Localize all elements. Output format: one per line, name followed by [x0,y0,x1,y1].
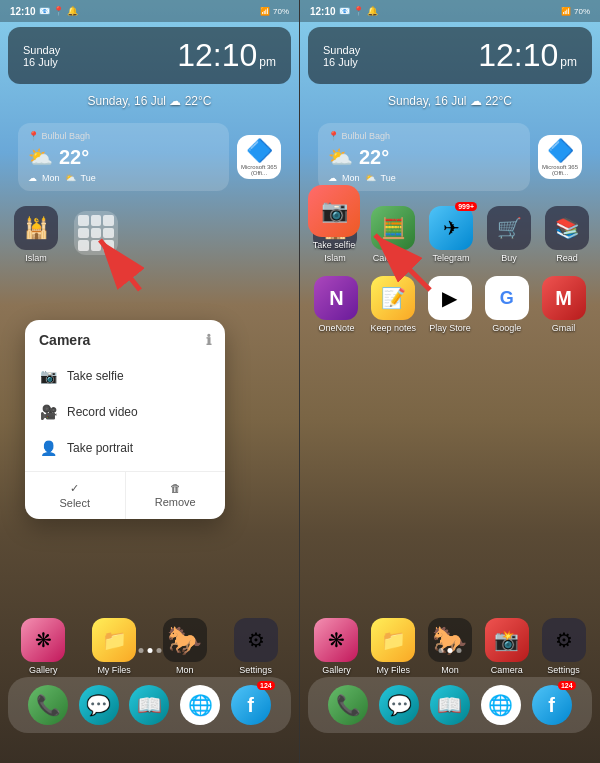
right-onenote-icon: N [314,276,358,320]
dot1 [138,648,143,653]
right-app-google[interactable]: G Google [481,276,533,333]
dot2 [147,648,152,653]
left-dock-chrome[interactable]: 🌐 [180,685,220,725]
right-settings-icon: ⚙ [542,618,586,662]
right-dock-quran[interactable]: 📖 [430,685,470,725]
right-weather-location: 📍 Bulbul Bagh [328,131,520,141]
left-weather-location: 📍 Bulbul Bagh [28,131,219,141]
right-status-bar: 12:10 📧 📍 🔔 📶 70% [300,0,600,22]
left-dock-facebook[interactable]: f 124 [231,685,271,725]
left-weather-temp: 22° [59,146,89,169]
right-mon-app[interactable]: 🐎 Mon [424,618,476,675]
left-gallery-app[interactable]: ❋ Gallery [17,618,69,675]
right-bottom-apps: ❋ Gallery 📁 My Files 🐎 Mon 📸 Camera ⚙ Se… [300,613,600,680]
right-ms365-label: Microsoft 365 (Offi... [538,164,582,176]
right-settings-app[interactable]: ⚙ Settings [538,618,590,675]
left-time-digits: 12:10 [177,37,257,74]
facebook-badge: 124 [257,681,275,690]
select-button[interactable]: ✓ Select [25,472,126,519]
camera-float-label: Take selfie [313,240,356,250]
right-gallery-app[interactable]: ❋ Gallery [310,618,362,675]
left-settings-app[interactable]: ⚙ Settings [230,618,282,675]
left-grid-icon [74,211,118,255]
rdot3 [457,648,462,653]
right-app-buy[interactable]: 🛒 Buy [484,206,534,263]
left-dock-messages[interactable]: 💬 [79,685,119,725]
left-dock-phone[interactable]: 📞 [28,685,68,725]
right-dock-chrome[interactable]: 🌐 [481,685,521,725]
left-ms365-icon[interactable]: 🔷 Microsoft 365 (Offi... [237,135,281,179]
rdot2 [448,648,453,653]
right-telegram-icon: ✈ [429,206,473,250]
right-camera-icon: 📸 [485,618,529,662]
right-playstore-icon: ▶ [428,276,472,320]
left-ms365-label: Microsoft 365 (Offi... [237,164,281,176]
left-app-grid[interactable] [70,211,122,258]
context-menu-title-text: Camera [39,332,90,348]
right-dock: 📞 💬 📖 🌐 f 124 [308,677,592,733]
left-clock-date: Sunday 16 July [23,44,60,68]
right-app-onenote[interactable]: N OneNote [310,276,362,333]
left-clock-datenum: 16 July [23,56,60,68]
right-app-calculator[interactable]: 🧮 Calculator [368,206,418,263]
right-dock-phone[interactable]: 📞 [328,685,368,725]
left-status-left: 12:10 📧 📍 🔔 [10,6,78,17]
right-date-weather: Sunday, 16 Jul ☁ 22°C [300,89,600,113]
right-app-playstore[interactable]: ▶ Play Store [424,276,476,333]
right-status-right: 📶 70% [561,7,590,16]
take-portrait-label: Take portrait [67,441,133,455]
take-selfie-label: Take selfie [67,369,124,383]
right-calculator-icon: 🧮 [371,206,415,250]
right-status-left: 12:10 📧 📍 🔔 [310,6,378,17]
right-date-weather-text: Sunday, 16 Jul ☁ 22°C [388,94,512,108]
left-app-islam[interactable]: 🕌 Islam [10,206,62,263]
right-facebook-badge: 124 [558,681,576,690]
left-clock-day: Sunday [23,44,60,56]
right-app-telegram[interactable]: ✈ 999+ Telegram [426,206,476,263]
right-ampm: pm [560,55,577,69]
info-icon[interactable]: ℹ [206,332,211,348]
right-app-keepnotes[interactable]: 📝 Keep notes [367,276,419,333]
left-page-dots [138,648,161,653]
left-phone-screen: 12:10 📧 📍 🔔 📶 70% Sunday 16 July 12:10 p… [0,0,300,763]
trash-icon: 🗑 [170,482,181,494]
left-mon-app[interactable]: 🐎 Mon [159,618,211,675]
right-time-digits: 12:10 [478,37,558,74]
right-clock-date: Sunday 16 July [323,44,360,68]
remove-button[interactable]: 🗑 Remove [126,472,226,519]
select-label: Select [59,497,90,509]
left-myfiles-app[interactable]: 📁 My Files [88,618,140,675]
right-gallery-icon: ❋ [314,618,358,662]
right-myfiles-icon: 📁 [371,618,415,662]
take-selfie-item[interactable]: 📷 Take selfie [25,358,225,394]
right-clock-datenum: 16 July [323,56,360,68]
left-date-weather: Sunday, 16 Jul ☁ 22°C [0,89,299,113]
right-dock-facebook[interactable]: f 124 [532,685,572,725]
left-weather-widget: 📍 Bulbul Bagh ⛅ 22° ☁Mon ⛅Tue [18,123,229,191]
left-mon-icon: 🐎 [163,618,207,662]
right-app-gmail[interactable]: M Gmail [538,276,590,333]
left-widget-row: 📍 Bulbul Bagh ⛅ 22° ☁Mon ⛅Tue 🔷 Microsof… [8,118,291,196]
right-clock-widget: Sunday 16 July 12:10 pm [308,27,592,84]
right-camera-app[interactable]: 📸 Camera [481,618,533,675]
time-right: 12:10 [310,6,336,17]
left-myfiles-icon: 📁 [92,618,136,662]
take-portrait-item[interactable]: 👤 Take portrait [25,430,225,466]
telegram-badge: 999+ [455,202,477,211]
right-app-read[interactable]: 📚 Read [542,206,592,263]
battery-right: 70% [574,7,590,16]
dot3 [156,648,161,653]
left-clock-widget: Sunday 16 July 12:10 pm [8,27,291,84]
right-dock-messages[interactable]: 💬 [379,685,419,725]
camera-floating[interactable]: 📷 Take selfie [308,185,360,250]
right-clock-day: Sunday [323,44,360,56]
right-myfiles-app[interactable]: 📁 My Files [367,618,419,675]
right-ms365-icon[interactable]: 🔷 Microsoft 365 (Offi... [538,135,582,179]
left-weather-days: ☁Mon ⛅Tue [28,173,219,183]
record-video-item[interactable]: 🎥 Record video [25,394,225,430]
left-dock-quran[interactable]: 📖 [129,685,169,725]
right-page-dots [439,648,462,653]
left-gallery-icon: ❋ [21,618,65,662]
context-menu-footer: ✓ Select 🗑 Remove [25,471,225,519]
right-weather-temp: 22° [359,146,389,169]
